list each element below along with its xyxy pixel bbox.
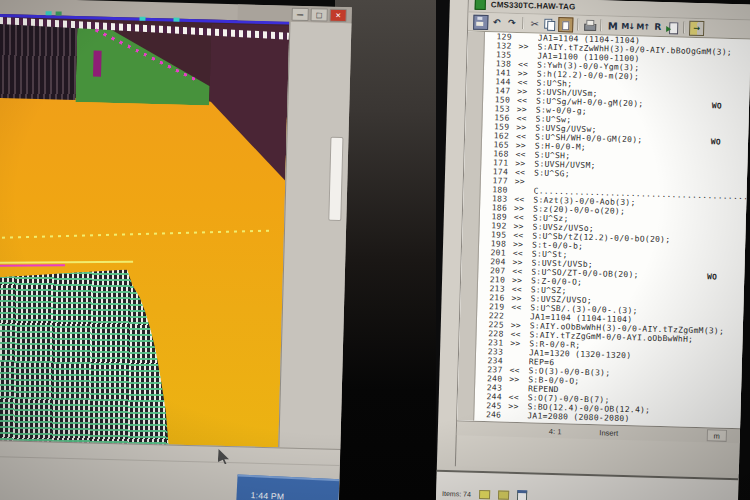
carriage-direction: >> xyxy=(507,339,523,348)
wo-flag: WO xyxy=(707,272,717,281)
carriage-direction: << xyxy=(514,96,530,105)
taskbar-clock[interactable]: 1:44 PM xyxy=(250,490,284,500)
selvedge-mark xyxy=(173,18,179,22)
carriage-direction: << xyxy=(507,330,523,339)
carriage-direction: >> xyxy=(508,321,524,330)
carriage-direction: >> xyxy=(514,87,530,96)
pattern-scrollbar[interactable] xyxy=(278,22,352,450)
carriage-direction: << xyxy=(515,60,531,69)
carriage-direction: << xyxy=(512,168,528,177)
carriage-direction: >> xyxy=(510,222,526,231)
close-button[interactable]: ✕ xyxy=(329,9,346,22)
toolbar-separator xyxy=(600,19,602,31)
find-icon[interactable]: M xyxy=(606,19,619,32)
carriage-direction: << xyxy=(506,393,522,402)
carriage-direction: << xyxy=(510,231,526,240)
carriage-direction: << xyxy=(509,285,525,294)
taskbar-folder-icon[interactable] xyxy=(479,490,490,499)
find-previous-icon[interactable]: M↑ xyxy=(636,20,649,33)
carriage-direction: >> xyxy=(510,240,526,249)
pattern-dark-stripes-block xyxy=(0,22,77,100)
carriage-direction: >> xyxy=(511,204,527,213)
carriage-direction: >> xyxy=(512,159,528,168)
paste-icon[interactable] xyxy=(558,17,573,32)
goto-icon[interactable] xyxy=(666,21,679,34)
left-monitor-screen: — □ ✕ 1:44 PM xyxy=(0,0,352,500)
status-right-field: m xyxy=(706,429,727,442)
copy-icon[interactable] xyxy=(543,17,556,30)
carriage-direction: >> xyxy=(515,69,531,78)
carriage-direction: >> xyxy=(513,141,529,150)
carriage-direction: >> xyxy=(509,258,525,267)
toolbar-separator xyxy=(522,17,524,29)
editor-window: CMS330TC.HAW-TAG ↶↷✂MM↓M↑R→ 129JA1=1104 … xyxy=(455,0,750,474)
carriage-direction: << xyxy=(508,303,524,312)
app-icon xyxy=(475,0,486,10)
carriage-direction: << xyxy=(513,132,529,141)
print-icon[interactable] xyxy=(583,18,596,31)
selvedge-mark xyxy=(139,17,145,21)
carriage-direction: << xyxy=(512,150,528,159)
carriage-direction: >> xyxy=(505,402,521,411)
carriage-direction: << xyxy=(506,366,522,375)
carriage-direction: << xyxy=(511,195,527,204)
save-icon[interactable] xyxy=(473,14,488,29)
toolbar-separator xyxy=(577,19,579,31)
code-area[interactable]: 129JA1=1104 (1104-1104)132>>S:AIY.tTzZwW… xyxy=(457,32,750,429)
items-count-label: Items: 74 xyxy=(442,489,471,497)
undo-icon[interactable]: ↶ xyxy=(490,16,503,29)
window-title: CMS330TC.HAW-TAG xyxy=(491,0,576,11)
carriage-direction: << xyxy=(510,249,526,258)
find-next-icon[interactable]: M↓ xyxy=(621,19,634,32)
carriage-direction: << xyxy=(514,78,530,87)
carriage-direction: >> xyxy=(514,105,530,114)
pattern-magenta-bar xyxy=(93,50,102,76)
wo-flag: WO xyxy=(712,101,722,110)
selvedge-mark xyxy=(46,11,52,15)
carriage-direction: << xyxy=(513,114,529,123)
right-taskbar[interactable]: Items: 74 xyxy=(436,470,739,500)
exit-icon[interactable]: → xyxy=(689,20,704,35)
carriage-direction: << xyxy=(511,213,527,222)
carriage-direction: << xyxy=(509,267,525,276)
carriage-direction: >> xyxy=(509,276,525,285)
taskbar-folder-icon[interactable] xyxy=(498,490,509,499)
pattern-scrollbar-thumb[interactable] xyxy=(328,137,343,221)
window-controls: — □ ✕ xyxy=(290,8,347,22)
replace-icon[interactable]: R xyxy=(651,20,664,33)
taskbar-window-icon[interactable] xyxy=(517,490,527,500)
minimize-button[interactable]: — xyxy=(292,8,309,21)
wo-flag: WO xyxy=(711,137,721,146)
left-taskbar[interactable]: 1:44 PM xyxy=(236,474,340,500)
redo-icon[interactable]: ↷ xyxy=(505,16,518,29)
selvedge-mark xyxy=(56,11,62,15)
carriage-direction: >> xyxy=(515,42,531,51)
cut-icon[interactable]: ✂ xyxy=(528,17,541,30)
carriage-direction: >> xyxy=(506,375,522,384)
code-text: JA1=2080 (2080-2080) xyxy=(527,411,630,423)
carriage-direction: >> xyxy=(508,294,524,303)
toolbar-separator xyxy=(683,22,685,34)
line-number: 246 xyxy=(477,410,501,420)
carriage-direction: >> xyxy=(512,177,528,186)
carriage-direction: >> xyxy=(513,123,529,132)
right-monitor-screen: CMS330TC.HAW-TAG ↶↷✂MM↓M↑R→ 129JA1=1104 … xyxy=(436,0,750,500)
maximize-button[interactable]: □ xyxy=(311,8,328,21)
cursor-position: 4: 1 xyxy=(549,426,562,435)
insert-mode-indicator: Insert xyxy=(599,428,618,438)
